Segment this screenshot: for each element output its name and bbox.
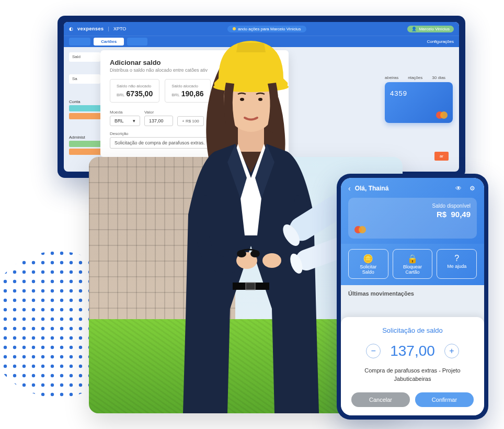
modal-subtitle: Distribua o saldo não alocado entre catõ… xyxy=(110,67,279,73)
greeting-text: Olá, Thainá xyxy=(355,185,450,192)
mastercard-icon xyxy=(436,111,448,119)
user-name: Marcelo Vinícius xyxy=(419,27,450,31)
currency-prefix: BRL xyxy=(117,93,125,97)
phone-window: ‹ Olá, Thainá 👁 ⚙ Saldo disponível R$ 90… xyxy=(337,174,488,420)
phone-inner: ‹ Olá, Thainá 👁 ⚙ Saldo disponível R$ 90… xyxy=(341,178,484,415)
action-request-balance[interactable]: 🪙 Solicitar Saldo xyxy=(348,249,388,279)
notice-pill: ando ações para Marcelo Vinícius xyxy=(227,26,306,32)
action-block-card[interactable]: 🔒 Bloquear Cartão xyxy=(393,249,433,279)
help-icon: ? xyxy=(439,254,474,263)
description-group: Descrição Solicitação de compra de paraf… xyxy=(110,131,279,149)
amount-input[interactable]: 137,00 xyxy=(144,116,173,126)
brand-logo-icon: ◐ xyxy=(69,26,73,31)
phone-header: ‹ Olá, Thainá 👁 ⚙ Saldo disponível R$ 90… xyxy=(341,178,484,244)
unallocated-balance-box: Saldo não alocado BRL6735,00 xyxy=(110,79,159,103)
card-section: abeiras ntações 30 dias 4359 xyxy=(385,75,453,123)
user-chip[interactable]: 👤 Marcelo Vinícius xyxy=(407,26,454,32)
quick-add-100[interactable]: + R$ 100 xyxy=(177,116,204,126)
status-dot-icon xyxy=(233,27,236,30)
card-section-title: abeiras xyxy=(385,75,398,80)
desktop-body: Sald Sa Conta Administ Adicionar saldo D… xyxy=(64,47,459,172)
quick-add-1000[interactable]: + R$ 1.000 xyxy=(208,116,238,126)
desc-label: Descrição xyxy=(110,131,279,136)
topbar: ◐ vexpenses | XPTO ando ações para Marce… xyxy=(64,22,459,36)
card-number: 4359 xyxy=(390,89,448,97)
divider: | xyxy=(108,26,109,31)
amount-group: Valor 137,00 xyxy=(144,110,173,126)
unallocated-label: Saldo não alocado xyxy=(117,84,153,88)
bg-box-saldo: Sald xyxy=(69,52,100,62)
chevron-down-icon: ▾ xyxy=(133,118,135,123)
balance-currency: R$ xyxy=(437,210,446,219)
notice-text: ando ações para Marcelo Vinícius xyxy=(238,27,301,31)
currency-selected: BRL xyxy=(114,118,124,123)
allocated-balance-box: Saldo alocado BRL190,86 xyxy=(165,79,210,103)
decrease-button[interactable]: − xyxy=(366,344,381,358)
mastercard-icon xyxy=(354,226,366,233)
confirm-button[interactable]: Confirmar xyxy=(415,392,474,407)
action-block-label: Bloquear Cartão xyxy=(395,265,430,275)
hand-coin-icon: 🪙 xyxy=(351,254,386,264)
card-period: 30 dias xyxy=(432,75,445,80)
org-name: XPTO xyxy=(113,26,126,31)
tab-placeholder-2[interactable] xyxy=(127,38,147,46)
card-movements: ntações xyxy=(408,75,422,80)
back-icon[interactable]: ‹ xyxy=(348,184,351,193)
tab-placeholder-1[interactable] xyxy=(69,38,90,46)
allocated-value: 190,86 xyxy=(181,89,204,98)
sheet-title: Solicitação de saldo xyxy=(351,326,474,334)
increase-button[interactable]: + xyxy=(444,344,459,358)
action-help-label: Me ajuda xyxy=(439,264,474,269)
request-balance-sheet: Solicitação de saldo − 137,00 + Compra d… xyxy=(341,317,484,415)
modal-title: Adicionar saldo xyxy=(110,59,279,66)
currency-select[interactable]: BRL ▾ xyxy=(110,116,140,126)
amount-value: 137,00 xyxy=(149,118,164,123)
visibility-icon[interactable]: 👁 xyxy=(454,185,463,192)
balance-label: Saldo disponível xyxy=(432,203,471,209)
balance-value: 90,49 xyxy=(451,210,471,219)
phone-balance-card[interactable]: Saldo disponível R$ 90,49 xyxy=(348,198,477,239)
sheet-amount: 137,00 xyxy=(390,343,435,359)
currency-prefix-2: BRL xyxy=(171,93,180,97)
user-icon: 👤 xyxy=(411,27,417,31)
desc-value: Solicitação de compra de parafusos extra… xyxy=(114,140,205,145)
cancel-button[interactable]: Cancelar xyxy=(351,392,410,407)
orange-action-button[interactable]: ar xyxy=(434,152,449,161)
phone-action-row: 🪙 Solicitar Saldo 🔒 Bloquear Cartão ? Me… xyxy=(341,244,484,285)
add-balance-modal: Adicionar saldo Distribua o saldo não al… xyxy=(100,50,289,157)
description-input[interactable]: Solicitação de compra de parafusos extra… xyxy=(110,137,220,149)
tab-cartoes[interactable]: Cartões xyxy=(94,38,124,46)
sheet-description: Compra de parafusos extras - Projeto Jab… xyxy=(351,367,474,383)
credit-card[interactable]: 4359 xyxy=(385,82,453,123)
brand-name: vexpenses xyxy=(77,26,104,31)
bg-box-sa: Sa xyxy=(69,74,100,84)
action-request-label: Solicitar Saldo xyxy=(351,265,386,275)
currency-group: Moeda BRL ▾ xyxy=(110,110,140,126)
allocated-label: Saldo alocado xyxy=(171,84,203,88)
desktop-inner: ◐ vexpenses | XPTO ando ações para Marce… xyxy=(64,22,459,172)
action-help[interactable]: ? Me ajuda xyxy=(437,249,477,279)
gear-icon[interactable]: ⚙ xyxy=(467,185,477,192)
currency-label: Moeda xyxy=(110,110,140,115)
tab-bar: Cartões Configurações xyxy=(64,36,459,47)
tab-settings[interactable]: Configurações xyxy=(427,39,454,44)
movements-title: Últimas movimentações xyxy=(341,285,484,302)
lock-icon: 🔒 xyxy=(395,254,430,264)
desktop-window: ◐ vexpenses | XPTO ando ações para Marce… xyxy=(58,16,465,178)
unallocated-value: 6735,00 xyxy=(127,89,153,98)
amount-label: Valor xyxy=(144,110,173,115)
